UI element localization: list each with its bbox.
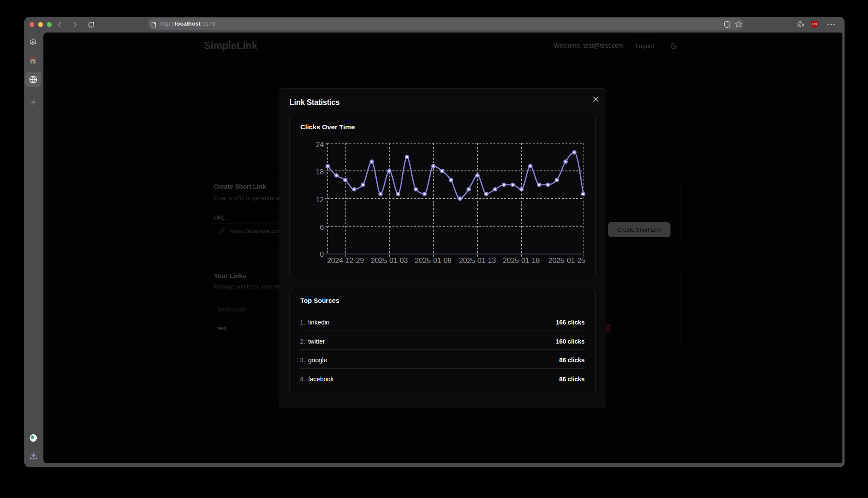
svg-text:UD: UD [812,22,817,26]
svg-text:2024-12-29: 2024-12-29 [327,256,364,265]
svg-text:12: 12 [316,196,324,204]
svg-text:2025-01-13: 2025-01-13 [459,256,496,265]
svg-text:2025-01-25: 2025-01-25 [549,256,585,265]
svg-text:2025-01-08: 2025-01-08 [415,256,452,265]
svg-text:0: 0 [320,250,324,259]
svg-text:2025-01-03: 2025-01-03 [371,256,408,265]
svg-text:6: 6 [320,223,324,232]
svg-text:24: 24 [316,141,324,149]
svg-text:18: 18 [316,168,324,176]
svg-text:2025-01-18: 2025-01-18 [503,256,540,265]
